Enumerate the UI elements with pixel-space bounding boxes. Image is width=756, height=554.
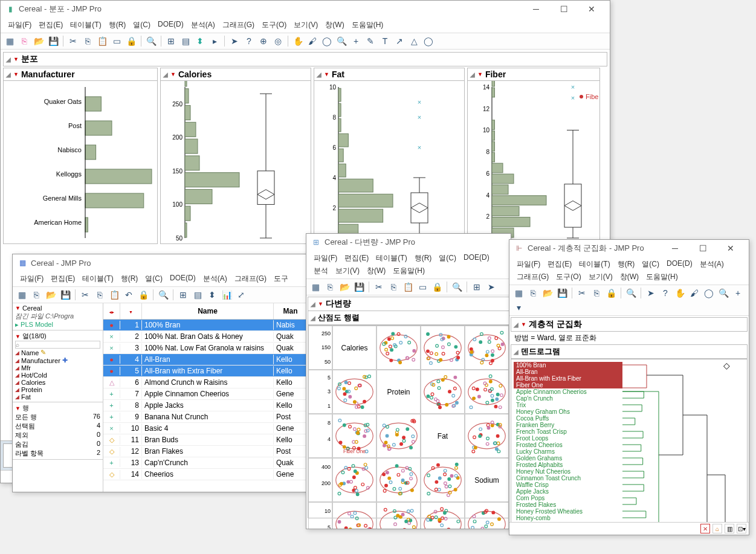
menu-열(C)[interactable]: 열(C): [638, 258, 663, 271]
menu-테이블(T)[interactable]: 테이블(T): [372, 252, 410, 265]
index-col-header[interactable]: ▼: [120, 303, 142, 319]
search-icon[interactable]: 🔍: [450, 280, 464, 294]
search-icon[interactable]: 🔍: [624, 286, 638, 300]
menu-그래프(G)[interactable]: 그래프(G): [513, 271, 552, 283]
scatter-cell[interactable]: [465, 414, 509, 458]
minimize-button[interactable]: ─: [523, 2, 549, 16]
search-icon[interactable]: 🔍: [157, 288, 170, 301]
open-icon[interactable]: ⎘: [526, 286, 540, 300]
data-grid[interactable]: ◂▸ ▼ Name Man ● 1 100% Bran Nabis × 2 10…: [103, 303, 308, 492]
grid-icon[interactable]: ⊞: [470, 280, 483, 294]
menu-도구(O)[interactable]: 도구(O): [258, 19, 290, 31]
more-icon[interactable]: ▾: [512, 301, 525, 314]
brush-icon[interactable]: 🖌: [306, 34, 319, 48]
col-Fat[interactable]: ◢Fat: [15, 393, 100, 401]
copy-icon[interactable]: ⎘: [590, 286, 603, 300]
rows-header[interactable]: 행: [22, 404, 29, 413]
marker-col-header[interactable]: ◂▸: [103, 303, 120, 319]
titlebar[interactable]: ⊩ Cereal - 계층적 군집화 - JMP Pro ─ ☐ ✕: [509, 240, 749, 257]
clip-icon[interactable]: ▭: [416, 280, 429, 294]
hand-icon[interactable]: ✋: [673, 286, 687, 300]
folder-icon[interactable]: 📂: [44, 288, 57, 301]
pointer-icon[interactable]: ➤: [228, 34, 241, 48]
menu-창(W)[interactable]: 창(W): [616, 271, 642, 283]
rowstat-라벨 항목[interactable]: 라벨 항목2: [15, 449, 100, 458]
paste-icon[interactable]: 📋: [108, 288, 121, 301]
menu-도움말(H)[interactable]: 도움말(H): [348, 19, 387, 31]
menu-도구[interactable]: 도구: [270, 272, 292, 285]
scatter-cell[interactable]: Fiber One: [376, 502, 421, 529]
calories-chart[interactable]: 50100150200250: [161, 81, 312, 244]
zoom-icon[interactable]: 🔍: [717, 286, 730, 300]
menu-행(R)[interactable]: 행(R): [614, 258, 639, 271]
table-row[interactable]: + 8 Apple Jacks Kello: [103, 400, 308, 411]
line-icon[interactable]: ↗: [393, 34, 406, 48]
scatter-cell[interactable]: Fat: [421, 414, 465, 458]
dendro-item[interactable]: Lucky Charms: [514, 448, 622, 455]
hand-icon[interactable]: ✋: [291, 34, 305, 48]
table-row[interactable]: × 3 100% Nat. Low Fat Granola w raisins …: [103, 343, 308, 354]
column-search-input[interactable]: [15, 341, 100, 349]
table-row[interactable]: ◇ 14 Cheerios Gene: [103, 469, 308, 480]
menu-창(W)[interactable]: 창(W): [363, 265, 389, 277]
man-col-header[interactable]: Man: [274, 303, 308, 319]
col-Name[interactable]: ◢Name✎: [15, 349, 100, 356]
scatter-cell[interactable]: [376, 326, 421, 370]
scatter-cell[interactable]: [421, 370, 465, 414]
scatter-cell[interactable]: [376, 414, 421, 458]
home-icon[interactable]: ⌂: [712, 524, 722, 533]
fiber-chart[interactable]: 02468101214×× Fibe: [468, 81, 601, 244]
col-Manufacturer[interactable]: ◢Manufacturer✚: [15, 356, 100, 364]
menu-DOE(D)[interactable]: DOE(D): [663, 258, 696, 271]
alert-icon[interactable]: ✕: [700, 524, 710, 533]
dendro-item[interactable]: All-Bran with Extra Fiber: [514, 375, 622, 382]
dendro-item[interactable]: Cinnamon Toast Crunch: [514, 475, 622, 482]
section-multi[interactable]: ◢▼ 다변량: [308, 297, 509, 311]
scatter-cell[interactable]: [376, 458, 421, 502]
cols-icon[interactable]: ▤: [191, 288, 204, 301]
lock-icon[interactable]: 🔒: [124, 34, 138, 48]
scatter-cell[interactable]: Fiber One: [465, 502, 509, 529]
grid-icon[interactable]: ⊞: [164, 34, 178, 48]
menu-보기(V)[interactable]: 보기(V): [290, 19, 321, 31]
rowstat-숨김[interactable]: 숨김0: [15, 440, 100, 449]
menu-보기(V)[interactable]: 보기(V): [332, 265, 363, 277]
menu-분석(A)[interactable]: 분석(A): [199, 272, 231, 285]
menu-창(W)[interactable]: 창(W): [321, 19, 347, 31]
cut-icon[interactable]: ✂: [575, 286, 589, 300]
new-icon[interactable]: ▦: [15, 288, 28, 301]
dendro-item[interactable]: Froot Loops: [514, 435, 622, 442]
table-row[interactable]: △ 6 Almond Crunch w Raisins Kello: [103, 377, 308, 388]
zoom-menu[interactable]: ⊡▾: [737, 524, 746, 533]
menu-열(C)[interactable]: 열(C): [141, 272, 166, 285]
menu-DOE(D)[interactable]: DOE(D): [166, 272, 199, 285]
table-row[interactable]: + 7 Apple Cinnamon Cheerios Gene: [103, 388, 308, 400]
crosshair-icon[interactable]: ⊕: [257, 34, 270, 48]
copy-icon[interactable]: ⎘: [387, 280, 400, 294]
run-icon[interactable]: ▸: [208, 34, 221, 48]
scatter-cell[interactable]: Fiber One: [332, 502, 376, 529]
menu-도움말(H)[interactable]: 도움말(H): [642, 271, 682, 283]
menu-테이블(T)[interactable]: 테이블(T): [79, 272, 117, 285]
plus-icon[interactable]: +: [349, 34, 363, 48]
dendro-item[interactable]: Honey Nut Cheerios: [514, 468, 622, 475]
name-col-header[interactable]: Name: [142, 303, 274, 319]
ellipse-icon[interactable]: ◯: [422, 34, 435, 48]
new-icon[interactable]: ▦: [3, 34, 16, 48]
manufacturer-bars[interactable]: Quaker OatsPostNabiscoKelloggsGeneral Mi…: [4, 81, 158, 244]
copy-icon[interactable]: ⎘: [93, 288, 106, 301]
minimize-button[interactable]: ─: [662, 241, 688, 256]
rowstat-모든 행[interactable]: 모든 행76: [15, 413, 100, 422]
menu-그래프(G)[interactable]: 그래프(G): [219, 19, 258, 31]
menu-행(R)[interactable]: 행(R): [117, 272, 142, 285]
undo-icon[interactable]: ↶: [122, 288, 135, 301]
col-Protein[interactable]: ◢Protein: [15, 386, 100, 393]
save-icon[interactable]: 💾: [352, 280, 366, 294]
help-icon[interactable]: ?: [659, 286, 672, 300]
dendro-item[interactable]: French Toast Crisp: [514, 428, 622, 435]
target-icon[interactable]: ◎: [271, 34, 285, 48]
scatter-cell[interactable]: Fiber One: [421, 502, 465, 529]
clipboard-icon[interactable]: ▭: [110, 34, 123, 48]
menu-분석[interactable]: 분석: [310, 265, 332, 277]
table-row[interactable]: ● 1 100% Bran Nabis: [103, 320, 308, 331]
